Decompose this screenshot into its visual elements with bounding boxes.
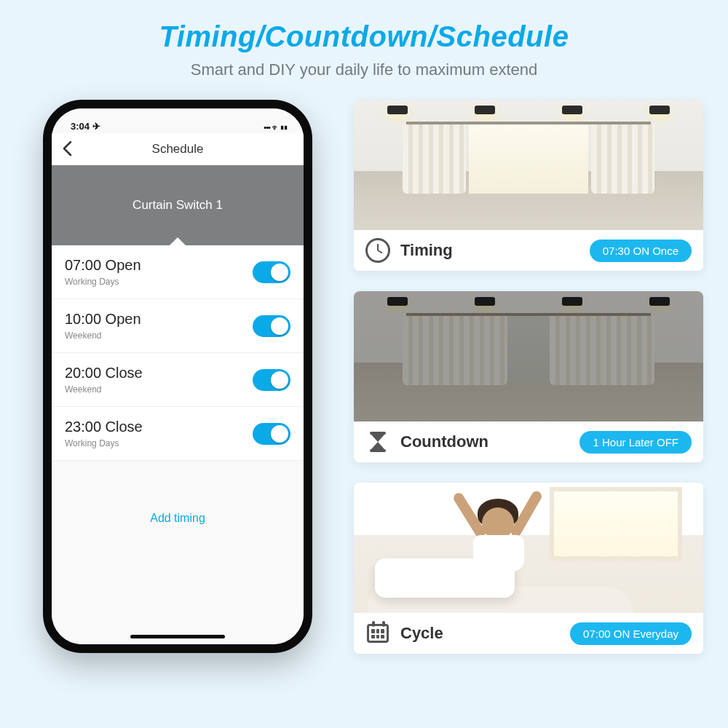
add-timing-button[interactable]: Add timing [52, 461, 304, 539]
app-header: Schedule [52, 133, 304, 165]
app-header-title: Schedule [152, 142, 204, 157]
schedule-list: 07:00 Open Working Days 10:00 Open Weeke… [52, 245, 304, 461]
phone-mockup: 3:04 ✈ ••• ᯤ ▮▮ Schedule Curtain Switch … [43, 100, 312, 653]
schedule-days: Working Days [65, 277, 141, 287]
schedule-row[interactable]: 20:00 Close Weekend [52, 353, 304, 407]
status-bar: 3:04 ✈ ••• ᯤ ▮▮ [52, 108, 304, 133]
schedule-row[interactable]: 07:00 Open Working Days [52, 245, 304, 299]
schedule-row[interactable]: 10:00 Open Weekend [52, 299, 304, 353]
card-label: Countdown [400, 432, 488, 451]
schedule-time: 20:00 Close [65, 365, 143, 381]
phone-screen: 3:04 ✈ ••• ᯤ ▮▮ Schedule Curtain Switch … [52, 108, 304, 644]
schedule-days: Weekend [65, 331, 141, 341]
clock-icon [365, 238, 390, 263]
page-title: Timing/Countdown/Schedule [0, 20, 728, 53]
schedule-toggle[interactable] [253, 369, 290, 391]
schedule-toggle[interactable] [253, 423, 290, 445]
calendar-icon [365, 621, 390, 646]
marketing-header: Timing/Countdown/Schedule Smart and DIY … [0, 0, 728, 79]
feature-card-cycle: Cycle 07:00 ON Everyday [354, 483, 703, 654]
back-icon[interactable] [62, 141, 72, 159]
home-indicator[interactable] [130, 635, 225, 638]
schedule-toggle[interactable] [253, 261, 290, 283]
schedule-time: 07:00 Open [65, 257, 141, 274]
schedule-time: 10:00 Open [65, 311, 141, 328]
hourglass-icon [365, 430, 390, 454]
card-image [354, 100, 703, 230]
feature-card-countdown: Countdown 1 Hour Later OFF [354, 291, 703, 462]
card-image [354, 291, 703, 422]
schedule-row[interactable]: 23:00 Close Working Days [52, 407, 304, 461]
schedule-days: Weekend [65, 384, 143, 395]
status-time: 3:04 ✈ [71, 121, 100, 132]
card-pill: 07:30 ON Once [590, 240, 692, 262]
status-indicators: ••• ᯤ ▮▮ [264, 123, 288, 132]
device-name: Curtain Switch 1 [132, 198, 223, 213]
schedule-toggle[interactable] [253, 315, 290, 337]
page-subtitle: Smart and DIY your daily life to maximum… [0, 60, 728, 79]
card-label: Timing [400, 241, 453, 260]
device-banner: Curtain Switch 1 [52, 165, 304, 245]
feature-card-timing: Timing 07:30 ON Once [354, 100, 703, 271]
schedule-days: Working Days [65, 438, 143, 448]
card-pill: 1 Hour Later OFF [579, 431, 692, 454]
card-pill: 07:00 ON Everyday [570, 622, 692, 645]
card-label: Cycle [400, 624, 443, 643]
schedule-time: 23:00 Close [65, 419, 143, 435]
card-image [354, 483, 703, 613]
